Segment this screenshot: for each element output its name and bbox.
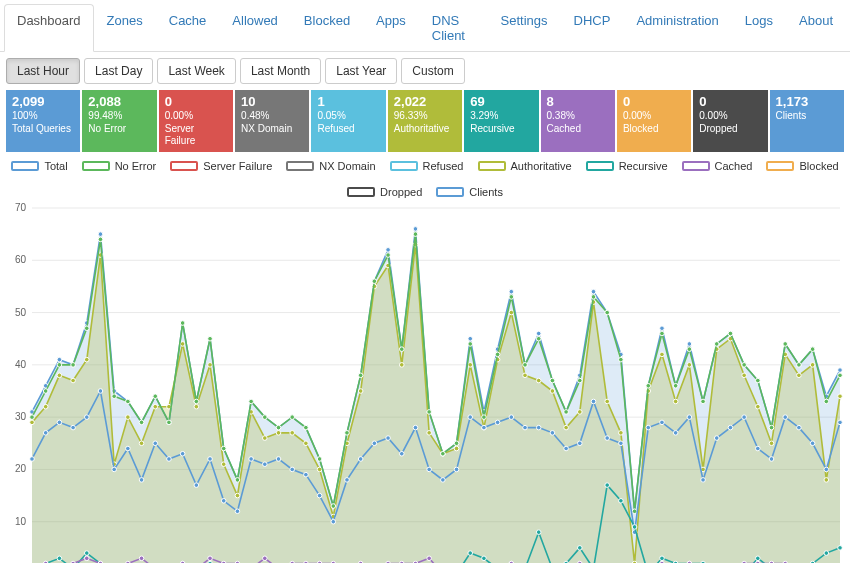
svg-point-236 — [167, 456, 172, 461]
stat-cached[interactable]: 80.38%Cached — [541, 90, 615, 152]
nav-tab-blocked[interactable]: Blocked — [291, 4, 363, 52]
legend-label: Server Failure — [203, 160, 272, 172]
nav-tab-cache[interactable]: Cache — [156, 4, 220, 52]
svg-point-107 — [43, 404, 48, 409]
nav-tab-apps[interactable]: Apps — [363, 4, 419, 52]
svg-point-242 — [249, 456, 254, 461]
svg-point-158 — [742, 373, 747, 378]
svg-point-74 — [413, 226, 418, 231]
nav-tab-zones[interactable]: Zones — [94, 4, 156, 52]
legend-no-error[interactable]: No Error — [82, 160, 157, 172]
svg-point-264 — [550, 430, 555, 435]
svg-point-278 — [742, 415, 747, 420]
legend-recursive[interactable]: Recursive — [586, 160, 668, 172]
stat-value: 8 — [547, 94, 609, 110]
svg-point-149 — [619, 430, 624, 435]
svg-point-106 — [30, 420, 35, 425]
stat-dropped[interactable]: 00.00%Dropped — [693, 90, 767, 152]
legend-swatch-icon — [478, 161, 506, 171]
stat-no-error[interactable]: 2,08899.48%No Error — [82, 90, 156, 152]
nav-tab-logs[interactable]: Logs — [732, 4, 786, 52]
svg-point-177 — [180, 320, 185, 325]
stat-server-failure[interactable]: 00.00%Server Failure — [159, 90, 233, 152]
svg-point-243 — [263, 462, 268, 467]
nav-tab-dns-client[interactable]: DNS Client — [419, 4, 488, 52]
stat-label: Refused — [317, 123, 379, 136]
legend-cached[interactable]: Cached — [682, 160, 753, 172]
stat-label: Total Queries — [12, 123, 74, 136]
svg-point-271 — [646, 425, 651, 430]
legend-label: No Error — [115, 160, 157, 172]
range-last-year[interactable]: Last Year — [325, 58, 397, 84]
svg-point-228 — [57, 420, 62, 425]
stat-refused[interactable]: 10.05%Refused — [311, 90, 385, 152]
range-last-day[interactable]: Last Day — [84, 58, 153, 84]
svg-point-198 — [468, 341, 473, 346]
stat-clients[interactable]: 1,173Clients — [770, 90, 844, 152]
range-last-hour[interactable]: Last Hour — [6, 58, 80, 84]
legend-server-failure[interactable]: Server Failure — [170, 160, 272, 172]
nav-tab-administration[interactable]: Administration — [623, 4, 731, 52]
stat-blocked[interactable]: 00.00%Blocked — [617, 90, 691, 152]
range-last-week[interactable]: Last Week — [157, 58, 235, 84]
stat-nx-domain[interactable]: 100.48%NX Domain — [235, 90, 309, 152]
svg-point-125 — [290, 430, 295, 435]
stat-label: Clients — [776, 110, 838, 123]
svg-point-247 — [317, 493, 322, 498]
svg-point-130 — [358, 388, 363, 393]
nav-tab-settings[interactable]: Settings — [488, 4, 561, 52]
nav-tab-dhcp[interactable]: DHCP — [561, 4, 624, 52]
legend-nx-domain[interactable]: NX Domain — [286, 160, 375, 172]
legend-dropped[interactable]: Dropped — [347, 186, 422, 198]
legend-total[interactable]: Total — [11, 160, 67, 172]
svg-point-252 — [386, 436, 391, 441]
nav-tab-about[interactable]: About — [786, 4, 846, 52]
svg-point-115 — [153, 404, 158, 409]
stat-label: Server Failure — [165, 123, 227, 148]
stat-value: 1 — [317, 94, 379, 110]
svg-point-282 — [797, 425, 802, 430]
svg-point-221 — [783, 341, 788, 346]
svg-point-222 — [797, 362, 802, 367]
svg-point-163 — [810, 362, 815, 367]
legend-swatch-icon — [286, 161, 314, 171]
svg-point-191 — [372, 279, 377, 284]
stat-recursive[interactable]: 693.29%Recursive — [464, 90, 538, 152]
legend-label: Authoritative — [511, 160, 572, 172]
svg-point-169 — [71, 362, 76, 367]
stats-cards: 2,099100%Total Queries2,08899.48%No Erro… — [0, 84, 850, 158]
svg-point-330 — [632, 524, 637, 529]
svg-point-175 — [153, 394, 158, 399]
svg-point-180 — [221, 446, 226, 451]
svg-point-234 — [139, 477, 144, 482]
stat-label: Authoritative — [394, 123, 456, 136]
svg-point-276 — [714, 436, 719, 441]
stat-value: 1,173 — [776, 94, 838, 110]
svg-point-108 — [57, 373, 62, 378]
range-last-month[interactable]: Last Month — [240, 58, 321, 84]
svg-point-288 — [57, 556, 62, 561]
svg-point-203 — [536, 336, 541, 341]
legend-swatch-icon — [436, 187, 464, 197]
svg-point-195 — [427, 409, 432, 414]
svg-point-148 — [605, 399, 610, 404]
nav-tab-allowed[interactable]: Allowed — [219, 4, 291, 52]
stat-label: NX Domain — [241, 123, 303, 136]
svg-point-245 — [290, 467, 295, 472]
legend-clients[interactable]: Clients — [436, 186, 503, 198]
svg-point-275 — [701, 477, 706, 482]
legend-blocked[interactable]: Blocked — [766, 160, 838, 172]
svg-text:20: 20 — [15, 463, 27, 474]
range-custom[interactable]: Custom — [401, 58, 464, 84]
svg-point-133 — [399, 362, 404, 367]
nav-tab-dashboard[interactable]: Dashboard — [4, 4, 94, 52]
svg-point-213 — [673, 383, 678, 388]
stat-total-queries[interactable]: 2,099100%Total Queries — [6, 90, 80, 152]
legend-authoritative[interactable]: Authoritative — [478, 160, 572, 172]
svg-point-171 — [98, 237, 103, 242]
stat-authoritative[interactable]: 2,02296.33%Authoritative — [388, 90, 462, 152]
svg-point-332 — [660, 556, 665, 561]
legend-refused[interactable]: Refused — [390, 160, 464, 172]
svg-point-146 — [577, 409, 582, 414]
svg-point-423 — [263, 556, 268, 561]
